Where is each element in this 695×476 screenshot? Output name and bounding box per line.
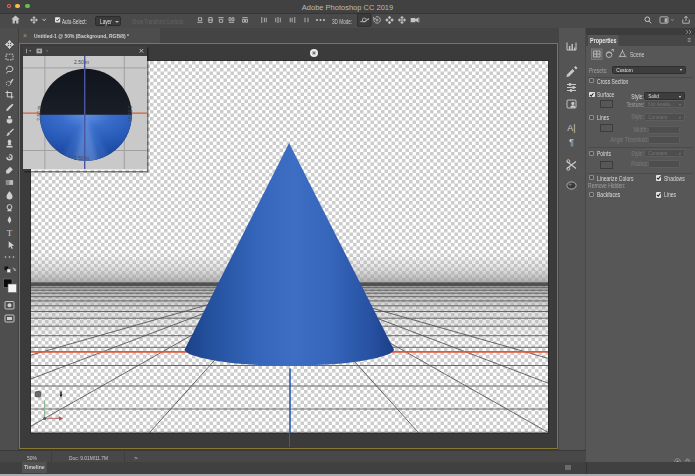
svg-text:2.50 in: 2.50 in [74,154,89,160]
svg-text:T: T [7,228,13,238]
svg-text:2.50 in: 2.50 in [36,105,42,120]
svg-text:2.50 in: 2.50 in [74,59,89,65]
svg-text:2.50 in: 2.50 in [127,105,133,120]
